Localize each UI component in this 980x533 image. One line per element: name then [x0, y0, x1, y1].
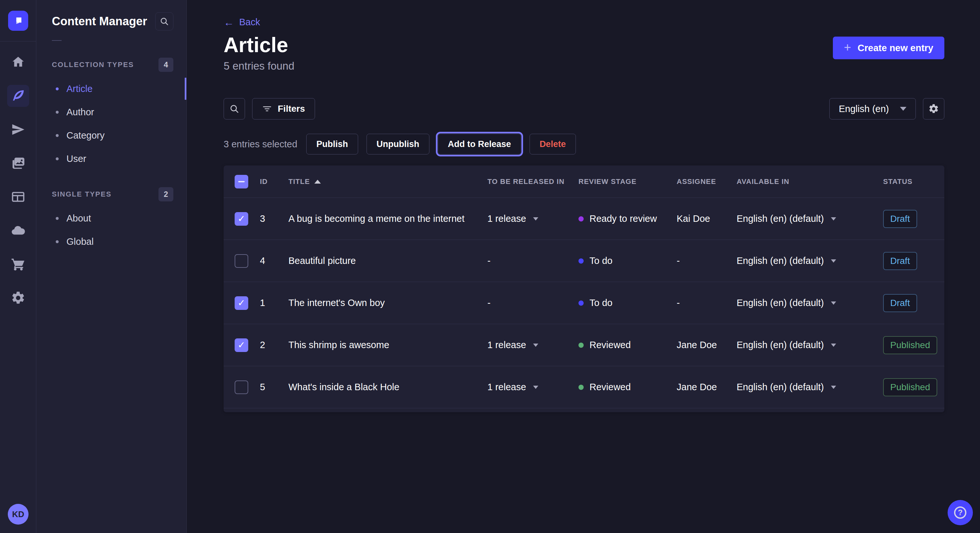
row-checkbox[interactable] — [235, 212, 248, 226]
status-badge: Published — [883, 336, 937, 354]
row-checkbox[interactable] — [235, 381, 248, 394]
table-row[interactable]: 3 A bug is becoming a meme on the intern… — [224, 198, 944, 240]
home-icon[interactable] — [7, 51, 29, 73]
cell-title: What's inside a Black Hole — [285, 382, 484, 392]
cell-assignee: - — [673, 255, 733, 266]
chevron-down-icon — [533, 385, 538, 389]
create-new-entry-button[interactable]: + Create new entry — [833, 36, 944, 59]
publish-button[interactable]: Publish — [306, 134, 358, 154]
back-link[interactable]: ← Back — [224, 17, 260, 27]
filters-button[interactable]: Filters — [252, 98, 315, 119]
help-button[interactable]: ? — [948, 500, 973, 525]
status-badge: Published — [883, 378, 937, 397]
content-type-builder-icon[interactable] — [7, 186, 29, 208]
sidebar-item-author[interactable]: Author — [36, 100, 186, 124]
sidebar-item-user[interactable]: User — [36, 147, 186, 170]
cell-assignee: Jane Doe — [673, 382, 733, 392]
cell-available-in[interactable]: English (en) (default) — [733, 382, 879, 392]
col-header-to-be-released-in[interactable]: TO BE RELEASED IN — [484, 178, 574, 186]
cell-release[interactable]: 1 release — [484, 213, 574, 224]
section-label-single-types: SINGLE TYPES — [52, 190, 111, 198]
list-settings-button[interactable] — [923, 98, 944, 119]
cell-available-in[interactable]: English (en) (default) — [733, 255, 879, 266]
bullet-icon — [56, 111, 59, 114]
cell-available-in[interactable]: English (en) (default) — [733, 213, 879, 224]
row-checkbox[interactable] — [235, 338, 248, 352]
selected-count-text: 3 entries selected — [224, 139, 297, 150]
bullet-icon — [56, 157, 59, 160]
search-icon — [159, 16, 169, 26]
row-checkbox[interactable] — [235, 296, 248, 310]
status-badge: Draft — [883, 252, 917, 270]
cell-available-in[interactable]: English (en) (default) — [733, 298, 879, 308]
chevron-down-icon — [831, 344, 836, 347]
cloud-icon[interactable] — [7, 219, 29, 241]
subnav-divider — [52, 40, 62, 41]
sidebar-item-global[interactable]: Global — [36, 230, 186, 253]
cell-id: 3 — [255, 213, 285, 224]
subnav-search-button[interactable] — [155, 12, 173, 30]
bullet-icon — [56, 87, 59, 90]
stage-dot — [579, 259, 584, 263]
unpublish-button[interactable]: Unpublish — [366, 134, 430, 154]
col-header-review-stage[interactable]: REVIEW STAGE — [574, 178, 673, 186]
single-types-count-badge: 2 — [159, 187, 173, 201]
search-button[interactable] — [224, 98, 245, 119]
add-to-release-button[interactable]: Add to Release — [438, 134, 521, 154]
cell-review-stage: To do — [574, 298, 673, 308]
table-row[interactable]: 1 The internet's Own boy - To do - Engli… — [224, 282, 944, 324]
entries-count: 5 entries found — [224, 60, 294, 72]
media-library-icon[interactable] — [7, 152, 29, 174]
releases-icon[interactable] — [7, 119, 29, 141]
back-arrow-icon: ← — [224, 17, 234, 27]
cell-title: This shrimp is awesome — [285, 339, 484, 351]
cell-review-stage: Reviewed — [574, 382, 673, 392]
cell-id: 5 — [255, 382, 285, 392]
bullet-icon — [56, 217, 59, 220]
cell-assignee: Kai Doe — [673, 213, 733, 224]
cell-assignee: - — [673, 298, 733, 308]
settings-icon[interactable] — [7, 287, 29, 309]
col-header-available-in[interactable]: AVAILABLE IN — [733, 178, 879, 186]
row-checkbox[interactable] — [235, 254, 248, 268]
plus-icon: + — [844, 41, 851, 54]
stage-dot — [579, 343, 584, 348]
locale-select[interactable]: English (en) — [829, 98, 916, 119]
col-header-id[interactable]: ID — [255, 178, 285, 186]
cell-release: - — [484, 255, 574, 266]
col-header-title[interactable]: TITLE — [285, 178, 484, 186]
cell-assignee: Jane Doe — [673, 339, 733, 351]
col-header-status[interactable]: STATUS — [879, 178, 944, 186]
table-row[interactable]: 2 This shrimp is awesome 1 release Revie… — [224, 324, 944, 366]
section-label-collection-types: COLLECTION TYPES — [52, 60, 134, 69]
sidebar-item-category[interactable]: Category — [36, 124, 186, 147]
bulk-actions-bar: 3 entries selected Publish Unpublish Add… — [224, 134, 944, 154]
stage-dot — [579, 300, 584, 306]
table-row[interactable]: 4 Beautiful picture - To do - English (e… — [224, 240, 944, 282]
col-header-assignee[interactable]: ASSIGNEE — [673, 178, 733, 186]
cell-release: - — [484, 298, 574, 308]
delete-button[interactable]: Delete — [530, 134, 576, 154]
stage-dot — [579, 216, 584, 222]
strapi-logo-icon — [13, 15, 24, 26]
table-row[interactable]: 5 What's inside a Black Hole 1 release R… — [224, 366, 944, 408]
chevron-down-icon — [900, 107, 907, 111]
select-all-checkbox[interactable] — [235, 175, 248, 189]
collection-types-section: COLLECTION TYPES 4 Article Author Catego… — [36, 58, 186, 170]
stage-dot — [579, 385, 584, 390]
cell-title: A bug is becoming a meme on the internet — [285, 213, 484, 224]
cell-id: 2 — [255, 339, 285, 351]
user-avatar[interactable]: KD — [8, 504, 29, 525]
logo-container — [0, 0, 36, 41]
chevron-down-icon — [831, 385, 836, 389]
cell-id: 1 — [255, 298, 285, 308]
strapi-logo[interactable] — [8, 11, 28, 31]
sidebar-item-about[interactable]: About — [36, 206, 186, 230]
chevron-down-icon — [831, 301, 836, 305]
content-manager-icon[interactable] — [7, 85, 29, 107]
cell-available-in[interactable]: English (en) (default) — [733, 339, 879, 351]
cell-release[interactable]: 1 release — [484, 382, 574, 392]
cell-release[interactable]: 1 release — [484, 339, 574, 351]
marketplace-icon[interactable] — [7, 253, 29, 275]
sidebar-item-article[interactable]: Article — [36, 77, 186, 100]
